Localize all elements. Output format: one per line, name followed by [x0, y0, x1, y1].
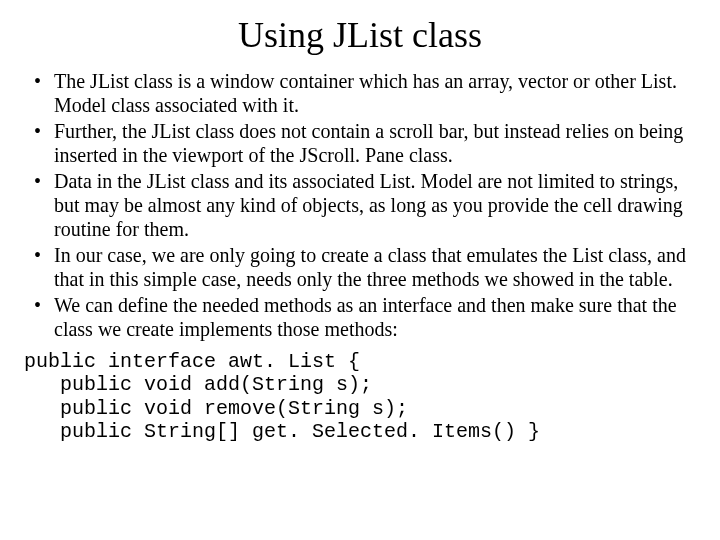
slide-title: Using JList class — [20, 14, 700, 56]
list-item: We can define the needed methods as an i… — [54, 294, 700, 341]
bullet-list: The JList class is a window container wh… — [20, 70, 700, 342]
slide: Using JList class The JList class is a w… — [0, 0, 720, 540]
list-item: Data in the JList class and its associat… — [54, 170, 700, 241]
list-item: Further, the JList class does not contai… — [54, 120, 700, 167]
list-item: In our case, we are only going to create… — [54, 244, 700, 291]
code-block: public interface awt. List { public void… — [24, 350, 700, 444]
list-item: The JList class is a window container wh… — [54, 70, 700, 117]
